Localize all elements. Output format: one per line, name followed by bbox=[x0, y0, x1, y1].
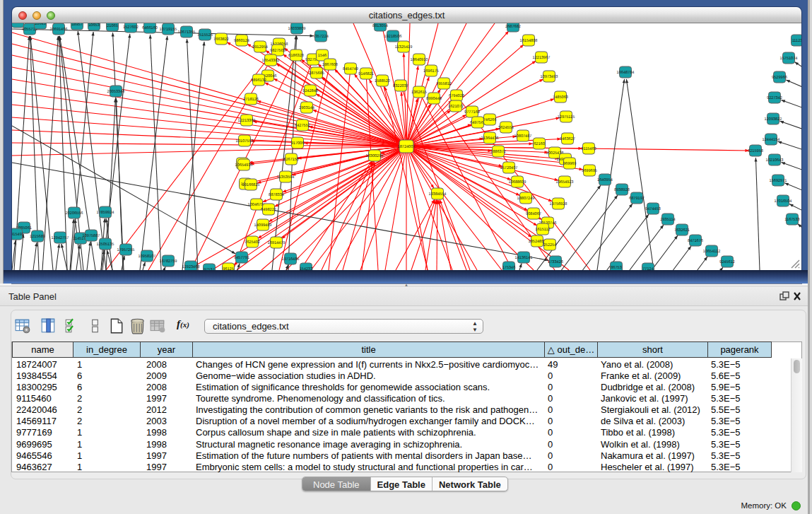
svg-text:10107553: 10107553 bbox=[236, 139, 254, 144]
svg-text:20206556: 20206556 bbox=[66, 211, 83, 216]
svg-text:8878334: 8878334 bbox=[269, 193, 284, 197]
svg-text:17957255: 17957255 bbox=[117, 248, 135, 252]
svg-text:9146821: 9146821 bbox=[358, 72, 374, 76]
svg-text:21065: 21065 bbox=[107, 24, 118, 28]
svg-text:18300295: 18300295 bbox=[366, 154, 384, 158]
svg-text:9242848: 9242848 bbox=[302, 89, 318, 93]
svg-text:2718126: 2718126 bbox=[243, 98, 259, 102]
svg-text:3875685: 3875685 bbox=[309, 71, 324, 76]
svg-text:9457791: 9457791 bbox=[234, 256, 249, 260]
svg-text:9463627: 9463627 bbox=[560, 137, 575, 141]
svg-text:9227342: 9227342 bbox=[767, 96, 782, 100]
svg-text:6879197: 6879197 bbox=[629, 197, 645, 201]
svg-text:11123: 11123 bbox=[792, 39, 801, 43]
svg-text:12505135: 12505135 bbox=[97, 243, 114, 247]
svg-text:15692971: 15692971 bbox=[770, 179, 787, 183]
svg-text:1215689: 1215689 bbox=[30, 235, 45, 239]
svg-text:9860124: 9860124 bbox=[234, 39, 249, 43]
svg-text:8215958: 8215958 bbox=[748, 149, 763, 153]
svg-text:19716485: 19716485 bbox=[282, 257, 300, 262]
svg-text:8186328: 8186328 bbox=[288, 54, 304, 58]
svg-text:1588520: 1588520 bbox=[375, 79, 390, 83]
svg-text:10973493: 10973493 bbox=[541, 75, 558, 79]
svg-text:18640910: 18640910 bbox=[411, 58, 428, 62]
svg-text:18957: 18957 bbox=[71, 23, 83, 27]
svg-text:10671355: 10671355 bbox=[178, 30, 196, 35]
svg-text:20691406: 20691406 bbox=[50, 28, 68, 32]
svg-text:746266: 746266 bbox=[483, 118, 497, 122]
svg-text:7625402: 7625402 bbox=[245, 240, 260, 245]
svg-text:10807487: 10807487 bbox=[514, 134, 532, 139]
svg-text:20053346: 20053346 bbox=[107, 90, 125, 94]
svg-text:1621072: 1621072 bbox=[448, 105, 464, 109]
svg-text:8322037: 8322037 bbox=[393, 84, 408, 88]
svg-text:86753: 86753 bbox=[611, 266, 622, 270]
svg-text:10654936: 10654936 bbox=[235, 163, 253, 168]
svg-text:9896132: 9896132 bbox=[251, 78, 266, 83]
svg-text:14099489: 14099489 bbox=[254, 223, 272, 228]
svg-text:7485063: 7485063 bbox=[553, 95, 568, 100]
svg-text:1640954: 1640954 bbox=[597, 178, 613, 182]
svg-text:12213369: 12213369 bbox=[238, 119, 256, 123]
svg-text:10654112: 10654112 bbox=[703, 250, 720, 254]
svg-text:2867608: 2867608 bbox=[322, 63, 338, 67]
svg-text:1546: 1546 bbox=[318, 54, 326, 58]
svg-text:1167533: 1167533 bbox=[784, 218, 799, 222]
svg-text:19654923: 19654923 bbox=[556, 180, 574, 185]
svg-text:12923468: 12923468 bbox=[182, 265, 200, 269]
svg-text:19756928: 19756928 bbox=[550, 202, 567, 206]
svg-text:1615112: 1615112 bbox=[535, 228, 550, 232]
svg-text:7886372: 7886372 bbox=[490, 150, 506, 154]
svg-text:11353594: 11353594 bbox=[277, 175, 294, 180]
svg-text:10210643: 10210643 bbox=[766, 158, 784, 163]
svg-text:1527602: 1527602 bbox=[123, 25, 139, 30]
svg-text:8471676: 8471676 bbox=[688, 239, 703, 243]
svg-text:7357224: 7357224 bbox=[313, 35, 329, 39]
svg-text:12942757: 12942757 bbox=[52, 236, 69, 240]
svg-text:9245612: 9245612 bbox=[719, 260, 735, 264]
svg-text:15720407: 15720407 bbox=[500, 166, 518, 170]
svg-text:175346: 175346 bbox=[502, 266, 516, 270]
svg-text:969969: 969969 bbox=[563, 162, 577, 166]
svg-text:6466160: 6466160 bbox=[142, 26, 158, 30]
svg-text:11325419: 11325419 bbox=[395, 45, 412, 49]
svg-text:12444154: 12444154 bbox=[763, 138, 780, 142]
svg-text:8267150: 8267150 bbox=[283, 158, 299, 162]
svg-text:21364436: 21364436 bbox=[481, 136, 499, 141]
svg-text:20643: 20643 bbox=[35, 23, 46, 26]
svg-text:1696175: 1696175 bbox=[423, 69, 439, 74]
svg-text:9699695: 9699695 bbox=[582, 169, 597, 173]
svg-text:9777169: 9777169 bbox=[464, 110, 480, 115]
svg-text:8427552: 8427552 bbox=[295, 124, 310, 128]
svg-text:12093822: 12093822 bbox=[765, 117, 782, 122]
svg-text:18955: 18955 bbox=[12, 23, 23, 25]
svg-text:18807249: 18807249 bbox=[517, 197, 535, 201]
svg-text:8938928: 8938928 bbox=[614, 188, 630, 192]
svg-text:10958107: 10958107 bbox=[139, 255, 156, 259]
svg-text:17016504: 17016504 bbox=[775, 199, 792, 204]
svg-text:1362615: 1362615 bbox=[411, 90, 427, 95]
svg-text:10975887: 10975887 bbox=[83, 234, 100, 238]
svg-text:2687682: 2687682 bbox=[505, 25, 521, 29]
svg-text:9827503: 9827503 bbox=[270, 49, 286, 53]
svg-text:9474453: 9474453 bbox=[645, 207, 661, 211]
svg-text:7515526: 7515526 bbox=[197, 33, 213, 37]
svg-text:10688609: 10688609 bbox=[509, 180, 526, 185]
svg-text:12213967: 12213967 bbox=[533, 56, 551, 60]
svg-text:16033809: 16033809 bbox=[288, 27, 306, 31]
svg-text:15751074: 15751074 bbox=[780, 57, 798, 61]
svg-text:9529966: 9529966 bbox=[772, 76, 787, 80]
svg-text:16648784: 16648784 bbox=[617, 71, 635, 75]
svg-text:19384554: 19384554 bbox=[429, 192, 447, 197]
svg-text:16914479: 16914479 bbox=[268, 241, 286, 245]
svg-text:1733426: 1733426 bbox=[548, 260, 563, 264]
svg-text:7663822: 7663822 bbox=[213, 37, 229, 42]
svg-text:8990448: 8990448 bbox=[426, 97, 442, 101]
svg-text:2935114: 2935114 bbox=[660, 218, 675, 222]
svg-text:16782759: 16782759 bbox=[160, 259, 177, 264]
svg-text:917006: 917006 bbox=[291, 141, 305, 146]
svg-text:16543382: 16543382 bbox=[262, 59, 280, 63]
svg-text:252254: 252254 bbox=[543, 243, 557, 247]
svg-text:16154808: 16154808 bbox=[520, 39, 538, 43]
svg-text:7955812: 7955812 bbox=[436, 82, 452, 86]
